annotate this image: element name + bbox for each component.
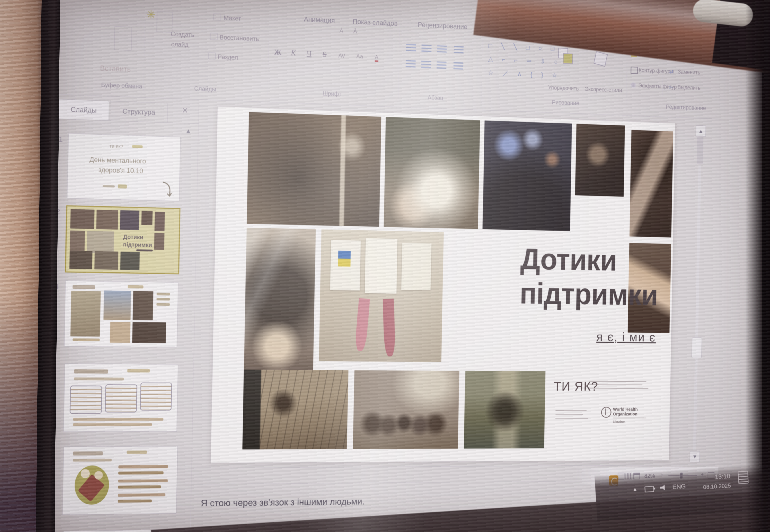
photo-hands-holding-cloth (384, 117, 480, 229)
reset-button[interactable]: Восстановить (219, 34, 259, 43)
arrange-button[interactable]: Упорядочить (548, 84, 579, 92)
notes-text[interactable]: Я стою через зв'язок з іншими людьми. (201, 496, 365, 508)
thumb4-box (140, 382, 172, 410)
scrollbar-split-handle[interactable] (691, 337, 702, 358)
hanging-sock (383, 299, 396, 357)
layout-button[interactable]: Макет (224, 14, 241, 22)
shapes-gallery-row3-icon[interactable]: ☆ ／ ∧ { } ☆ (488, 68, 561, 80)
new-slide-button[interactable]: Создать (171, 30, 194, 38)
thumbnail-slide-5[interactable] (62, 446, 178, 515)
new-slide-button-line2[interactable]: слайд (171, 41, 189, 49)
slide-title: Дотики підтримки (519, 241, 666, 312)
strikethrough-button[interactable]: S (322, 50, 327, 58)
thumb3-text-bar (157, 293, 170, 295)
select-button[interactable]: Выделить (677, 84, 701, 91)
panel-separator[interactable] (189, 101, 199, 532)
who-emblem-icon (601, 407, 612, 418)
poster-flag-mark (338, 251, 351, 267)
quick-styles-button[interactable]: Экспресс-стили (585, 86, 622, 93)
thumb2-photo (154, 233, 164, 250)
thumbnail-slide-3[interactable] (64, 280, 178, 347)
scrollbar-up-button[interactable]: ▲ (696, 125, 706, 137)
thumb3-text-bar (156, 303, 170, 306)
clock-time[interactable]: 13:10 (699, 473, 730, 481)
bullet-list-icon[interactable] (406, 44, 416, 52)
thumbnail-slide-2-selected[interactable]: Дотики підтримки (65, 205, 180, 274)
shapes-gallery-row2-icon[interactable]: △ ⌐ ⌐ ⇦ ⇩ ○ (488, 55, 561, 66)
slide-canvas[interactable]: Дотики підтримки я є, і ми є ТИ ЯК? Worl… (210, 106, 675, 463)
photo-wounded-soldier-indoors (247, 112, 381, 227)
underline-button[interactable]: Ч (307, 49, 312, 58)
indent-icon[interactable] (437, 45, 447, 53)
shape-effects-icon (630, 82, 636, 88)
scroll-up-icon[interactable]: ▲ (185, 127, 192, 135)
thumb3-text-bar (72, 285, 95, 289)
speaker-icon[interactable] (660, 485, 666, 490)
replace-button[interactable]: Заменить (678, 69, 700, 76)
thumb1-brand-mark (132, 145, 143, 148)
tray-show-hidden-icon[interactable]: ▲ (632, 486, 638, 492)
scroll-down-glyph: ▼ (692, 454, 697, 460)
thumb5-text-bar (73, 459, 112, 462)
thumbnail-slide-1[interactable]: ти як? День ментального здоров'я 10.10 (67, 133, 181, 201)
thumb3-photo (103, 291, 131, 320)
thumb3-photo (70, 291, 101, 337)
font-size-buttons[interactable]: А́ А̌ (339, 28, 361, 35)
new-slide-page-icon (156, 11, 173, 33)
align-right-icon[interactable] (437, 61, 447, 69)
layout-icon (213, 13, 221, 20)
reset-icon (210, 33, 218, 40)
thumb4-title-bar (74, 369, 108, 373)
bold-button[interactable]: Ж (274, 48, 281, 57)
font-color-button[interactable]: А (375, 54, 378, 62)
who-logo-text: World Health Organization Ukraine (613, 407, 647, 424)
thumb4-text-bar (73, 418, 163, 421)
shape-outline-button[interactable]: Контур фигуры (639, 67, 674, 75)
line-spacing-icon[interactable] (454, 46, 464, 54)
thumb1-logo-bar (103, 185, 115, 188)
scrollbar-down-button[interactable]: ▼ (690, 451, 700, 462)
language-indicator[interactable]: ENG (672, 483, 686, 490)
photo-soldier-train-platform (242, 370, 348, 449)
char-spacing-button[interactable]: AV (338, 52, 345, 59)
thumb2-photo (70, 209, 94, 229)
scrollbar-track[interactable] (693, 165, 701, 450)
tab-slideshow[interactable]: Показ слайдов (353, 17, 398, 28)
change-case-button[interactable]: Аа (356, 53, 363, 60)
ribbon-divider (481, 25, 483, 104)
thumb1-logo-bar (118, 184, 127, 188)
align-center-icon[interactable] (421, 61, 431, 69)
tab-animation[interactable]: Анимация (304, 15, 335, 25)
coord-center-text-bar (556, 410, 587, 411)
group-slides-label: Слайды (194, 85, 216, 93)
italic-button[interactable]: К (291, 48, 296, 57)
paste-button[interactable]: Вставить (100, 64, 131, 73)
close-panel-icon[interactable]: ✕ (182, 106, 188, 115)
clock-date[interactable]: 08.10.2025 (694, 482, 731, 491)
section-button[interactable]: Раздел (218, 53, 238, 61)
columns-icon[interactable] (454, 62, 463, 70)
tab-review[interactable]: Рецензирование (418, 20, 468, 31)
group-paragraph-label: Абзац (428, 94, 444, 101)
scrollbar-thumb[interactable] (697, 137, 704, 164)
thumb2-photo (120, 252, 140, 270)
tab-outline-panel[interactable]: Структура (110, 101, 168, 122)
tab-slides-panel[interactable]: Слайды (58, 99, 109, 120)
battery-icon[interactable] (645, 486, 654, 492)
thumb5-text-bar (118, 465, 168, 469)
thumb5-text-bar (118, 499, 152, 503)
slide-title-line1: Дотики (520, 241, 666, 278)
thumb4-text-bar (73, 423, 152, 426)
thumb2-photo (155, 212, 165, 231)
thumb4-box (70, 386, 102, 414)
group-clipboard-label: Буфер обмена (101, 81, 142, 90)
thumbnail-slide-4[interactable] (63, 363, 178, 432)
slide-subtitle: я є, і ми є (494, 328, 656, 344)
thumb1-title-line2: здоров'я 10.10 (98, 166, 143, 175)
align-left-icon[interactable] (406, 60, 416, 68)
thumb3-text-bar (156, 298, 170, 301)
thumb3-text-bar (73, 338, 100, 341)
photo-night-street-crowd (483, 121, 572, 231)
numbered-list-icon[interactable] (422, 44, 432, 52)
thumb3-photo (132, 322, 166, 343)
